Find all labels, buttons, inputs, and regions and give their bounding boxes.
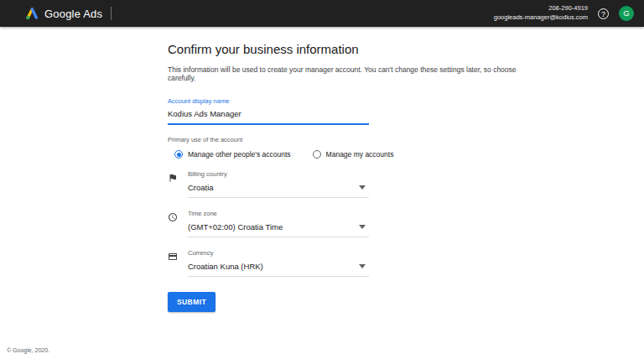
- top-bar: Google Ads 208-290-4919 googleads-manage…: [0, 0, 644, 27]
- topbar-account-area: 208-290-4919 googleads-manager@kodius.co…: [494, 4, 634, 23]
- main-content: Confirm your business information This i…: [0, 27, 644, 312]
- account-display-name-field: Account display name: [168, 97, 369, 125]
- account-email: googleads-manager@kodius.com: [494, 13, 588, 23]
- account-phone: 208-290-4919: [494, 4, 588, 13]
- time-zone-value-row: (GMT+02:00) Croatia Time: [188, 222, 369, 232]
- currency-body: Currency Croatian Kuna (HRK): [188, 249, 369, 277]
- radio-option-manage-others[interactable]: Manage other people's accounts: [174, 150, 291, 159]
- chevron-down-icon: [359, 264, 366, 268]
- google-ads-logo-icon: [25, 7, 39, 20]
- account-display-name-input[interactable]: [168, 105, 369, 125]
- primary-use-options: Manage other people's accounts Manage my…: [174, 150, 644, 159]
- chevron-down-icon: [359, 225, 366, 229]
- radio-icon[interactable]: [174, 150, 183, 159]
- copyright-text: © Google, 2020.: [7, 347, 49, 353]
- clock-icon: [168, 212, 178, 222]
- radio-option-manage-my[interactable]: Manage my accounts: [313, 150, 394, 159]
- currency-select[interactable]: Currency Croatian Kuna (HRK): [168, 249, 644, 277]
- flag-icon: [168, 173, 178, 183]
- billing-country-label: Billing country: [188, 170, 369, 178]
- billing-country-select[interactable]: Billing country Croatia: [168, 170, 644, 198]
- help-icon[interactable]: ?: [598, 8, 609, 19]
- currency-value-row: Croatian Kuna (HRK): [188, 262, 369, 271]
- currency-value: Croatian Kuna (HRK): [188, 262, 263, 271]
- time-zone-select[interactable]: Time zone (GMT+02:00) Croatia Time: [168, 210, 644, 237]
- chevron-down-icon: [359, 185, 366, 190]
- radio-option-label: Manage other people's accounts: [188, 150, 291, 159]
- time-zone-label: Time zone: [188, 210, 369, 217]
- time-zone-body: Time zone (GMT+02:00) Croatia Time: [188, 210, 369, 237]
- primary-use-label: Primary use of the account: [168, 136, 644, 143]
- submit-button[interactable]: SUBMIT: [168, 292, 216, 312]
- brand-name: Google Ads: [44, 8, 102, 20]
- time-zone-value: (GMT+02:00) Croatia Time: [188, 222, 283, 232]
- billing-country-value-row: Croatia: [188, 183, 369, 192]
- page-title: Confirm your business information: [168, 42, 644, 56]
- billing-country-body: Billing country Croatia: [188, 170, 369, 198]
- credit-card-icon: [168, 252, 178, 262]
- avatar[interactable]: G: [619, 6, 634, 21]
- account-info: 208-290-4919 googleads-manager@kodius.co…: [494, 4, 588, 23]
- billing-country-value: Croatia: [188, 183, 214, 192]
- page-subtitle: This information will be used to create …: [168, 65, 528, 82]
- radio-option-label: Manage my accounts: [326, 150, 394, 159]
- primary-use-section: Primary use of the account Manage other …: [168, 136, 644, 159]
- account-display-name-label: Account display name: [168, 97, 369, 105]
- google-ads-setup-page: Google Ads 208-290-4919 googleads-manage…: [0, 0, 644, 359]
- brand-divider: [111, 7, 112, 20]
- currency-label: Currency: [188, 249, 369, 257]
- brand: Google Ads: [25, 7, 112, 20]
- radio-icon[interactable]: [313, 150, 321, 159]
